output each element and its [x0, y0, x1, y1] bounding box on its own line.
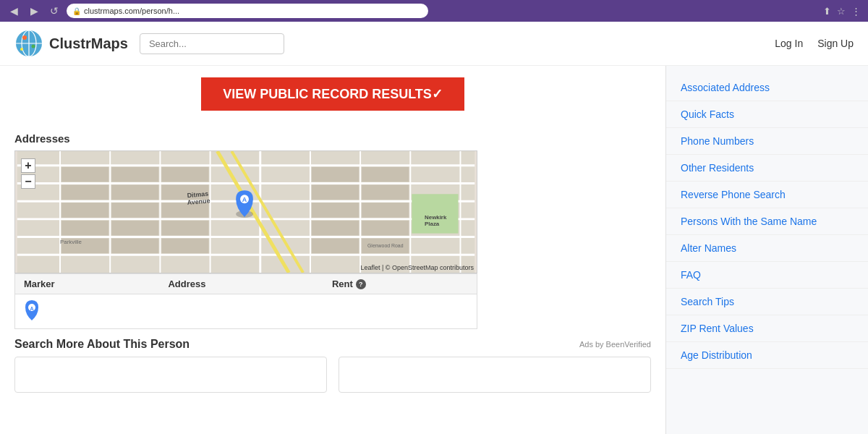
svg-point-4 [22, 35, 27, 40]
svg-rect-35 [111, 239, 158, 254]
sidebar-item-other-residents[interactable]: Other Residents [666, 155, 868, 182]
svg-rect-45 [312, 239, 359, 254]
address-table: Marker Address Rent ? [14, 273, 477, 329]
sidebar: Associated Address Quick Facts Phone Num… [665, 66, 868, 434]
site-header: ClustrMaps Log In Sign Up [0, 22, 868, 66]
search-card-2[interactable] [339, 357, 651, 393]
svg-rect-36 [161, 167, 208, 182]
reload-button[interactable]: ↺ [46, 3, 62, 19]
main-layout: VIEW PUBLIC RECORD RESULTS✓ Addresses [0, 66, 868, 434]
svg-rect-34 [111, 221, 158, 236]
svg-text:A: A [242, 196, 247, 203]
map-zoom-in-button[interactable]: + [21, 158, 35, 173]
banner-container: VIEW PUBLIC RECORD RESULTS✓ [14, 77, 651, 122]
url-bar[interactable]: 🔒 clustrmaps.com/person/h... [67, 4, 428, 18]
marker-column-header: Marker [15, 274, 160, 294]
map-container: A Ditmas Avenue Newkirk Plaza Parkville … [14, 150, 477, 273]
rent-cell [323, 294, 477, 329]
search-more-section: Search More About This Person Ads by Bee… [14, 338, 651, 393]
rent-column-header: Rent ? [323, 274, 477, 294]
svg-point-6 [20, 48, 23, 51]
svg-rect-42 [312, 184, 359, 200]
addresses-section: Addresses [14, 132, 651, 329]
marker-pin-icon: A [24, 300, 40, 320]
sidebar-item-age-distribution[interactable]: Age Distribution [666, 342, 868, 369]
svg-rect-41 [312, 167, 359, 182]
sidebar-item-reverse-phone-search[interactable]: Reverse Phone Search [666, 182, 868, 208]
login-link[interactable]: Log In [775, 38, 803, 49]
map-attribution: Leaflet | © OpenStreetMap contributors [360, 264, 474, 271]
svg-rect-26 [61, 167, 109, 182]
svg-rect-31 [111, 167, 158, 182]
share-button[interactable]: ⬆ [822, 4, 833, 18]
menu-button[interactable]: ⋮ [850, 4, 862, 18]
svg-rect-32 [111, 184, 158, 200]
sidebar-item-faq[interactable]: FAQ [666, 262, 868, 289]
svg-text:Parkville: Parkville [60, 239, 82, 245]
sidebar-item-zip-rent-values[interactable]: ZIP Rent Values [666, 315, 868, 342]
addresses-title: Addresses [14, 132, 651, 145]
browser-chrome: ◀ ▶ ↺ 🔒 clustrmaps.com/person/h... ⬆ ☆ ⋮ [0, 0, 868, 22]
svg-rect-43 [312, 203, 359, 218]
svg-rect-49 [362, 221, 409, 236]
svg-rect-29 [61, 221, 109, 236]
sidebar-item-persons-same-name[interactable]: Persons With the Same Name [666, 208, 868, 235]
svg-rect-44 [312, 221, 359, 236]
sidebar-item-phone-numbers[interactable]: Phone Numbers [666, 128, 868, 155]
sidebar-item-search-tips[interactable]: Search Tips [666, 289, 868, 315]
rent-help-icon[interactable]: ? [356, 279, 366, 289]
back-button[interactable]: ◀ [6, 3, 22, 19]
svg-rect-33 [111, 203, 158, 218]
search-input[interactable] [140, 33, 284, 54]
svg-rect-48 [362, 203, 409, 218]
logo-globe-icon [14, 29, 43, 58]
sidebar-item-alter-names[interactable]: Alter Names [666, 235, 868, 262]
bookmark-button[interactable]: ☆ [835, 4, 847, 18]
svg-rect-46 [362, 167, 409, 182]
svg-rect-27 [61, 184, 109, 200]
browser-actions: ⬆ ☆ ⋮ [822, 4, 862, 18]
forward-button[interactable]: ▶ [26, 3, 42, 19]
lock-icon: 🔒 [72, 7, 81, 15]
sidebar-item-quick-facts[interactable]: Quick Facts [666, 101, 868, 128]
svg-rect-28 [61, 203, 109, 218]
svg-rect-47 [362, 184, 409, 200]
ads-by-label: Ads by BeenVerified [579, 340, 651, 349]
table-row: A [15, 294, 477, 329]
search-card-1[interactable] [14, 357, 327, 393]
signup-link[interactable]: Sign Up [817, 38, 854, 49]
logo-text: ClustrMaps [49, 35, 128, 52]
search-cards [14, 357, 651, 393]
svg-point-5 [32, 45, 35, 48]
rent-badge: Rent ? [332, 278, 366, 289]
sidebar-item-associated-address[interactable]: Associated Address [666, 75, 868, 101]
svg-text:Plaza: Plaza [425, 221, 440, 227]
marker-cell: A [15, 294, 160, 329]
table-header-row: Marker Address Rent ? [15, 274, 477, 294]
url-text: clustrmaps.com/person/h... [84, 7, 179, 15]
svg-text:A: A [30, 306, 33, 311]
svg-text:Newkirk: Newkirk [425, 214, 447, 221]
address-column-header: Address [159, 274, 323, 294]
svg-text:Glenwood Road: Glenwood Road [367, 243, 404, 248]
search-more-title: Search More About This Person [14, 338, 190, 351]
map-svg: A Ditmas Avenue Newkirk Plaza Parkville … [15, 151, 477, 273]
content-area: VIEW PUBLIC RECORD RESULTS✓ Addresses [0, 66, 665, 434]
address-cell [159, 294, 323, 329]
page-content: ClustrMaps Log In Sign Up VIEW PUBLIC RE… [0, 22, 868, 434]
map-zoom-out-button[interactable]: − [21, 174, 35, 189]
header-nav: Log In Sign Up [775, 38, 854, 49]
svg-rect-40 [161, 239, 208, 254]
svg-rect-39 [161, 221, 208, 236]
search-more-header: Search More About This Person Ads by Bee… [14, 338, 651, 351]
cta-banner[interactable]: VIEW PUBLIC RECORD RESULTS✓ [201, 77, 464, 111]
logo-link[interactable]: ClustrMaps [14, 29, 128, 58]
